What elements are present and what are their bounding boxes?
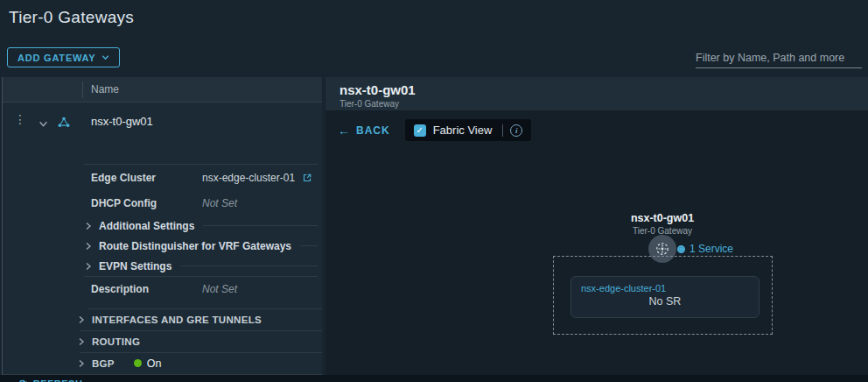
section-rule	[203, 225, 318, 226]
detail-title: nsx-t0-gw01	[340, 82, 868, 97]
group-routing[interactable]: ROUTING	[3, 330, 322, 352]
gateway-name: nsx-t0-gw01	[91, 115, 153, 128]
section-rule	[300, 245, 318, 246]
section-route-distinguisher[interactable]: Route Distinguisher for VRF Gateways	[84, 236, 318, 256]
chevron-down-icon	[102, 53, 109, 61]
back-label: BACK	[356, 124, 390, 137]
page-title: Tier-0 Gateways	[9, 8, 134, 27]
status-on-dot	[134, 359, 142, 367]
gateway-groups: INTERFACES AND GRE TUNNELS ROUTING BGP O…	[3, 308, 322, 374]
name-column-header: Name	[91, 83, 119, 96]
refresh-icon: ⟳	[19, 378, 28, 382]
chevron-right-icon	[84, 222, 93, 230]
add-gateway-button[interactable]: ADD GATEWAY	[7, 47, 120, 67]
fabric-toolbar: ← BACK ✓ Fabric View i	[338, 119, 531, 141]
service-badge[interactable]: 1 Service	[677, 243, 733, 255]
divider	[502, 124, 503, 137]
chevron-right-icon	[77, 315, 86, 324]
group-label: ROUTING	[92, 336, 140, 347]
back-button[interactable]: ← BACK	[338, 124, 390, 138]
sr-card[interactable]: nsx-edge-cluster-01 No SR	[570, 276, 760, 318]
section-rule	[180, 265, 318, 266]
refresh-label: REFRESH	[33, 378, 83, 382]
service-count: 1 Service	[690, 243, 733, 255]
section-additional-settings[interactable]: Additional Settings	[84, 216, 318, 236]
section-label: Additional Settings	[99, 220, 194, 232]
filter-input[interactable]	[696, 50, 862, 68]
detail-subtitle: Tier-0 Gateway	[340, 99, 868, 109]
fabric-view-toggle[interactable]: ✓ Fabric View i	[405, 119, 532, 141]
chevron-right-icon	[77, 359, 86, 368]
group-label: BGP	[92, 358, 115, 369]
edge-cluster-field: Edge Cluster nsx-edge-cluster-01	[84, 165, 318, 190]
section-evpn-settings[interactable]: EVPN Settings	[84, 256, 318, 276]
gateway-icon	[58, 116, 70, 131]
description-value: Not Set	[202, 283, 237, 295]
diagram-node-title: nsx-t0-gw01	[592, 212, 732, 224]
section-label: Route Distinguisher for VRF Gateways	[99, 240, 291, 252]
back-arrow-icon: ←	[338, 124, 351, 138]
bgp-status: On	[134, 357, 162, 370]
fabric-view-checkbox[interactable]: ✓	[414, 124, 426, 137]
refresh-button[interactable]: ⟳ REFRESH	[19, 378, 83, 382]
chevron-right-icon	[77, 337, 86, 346]
dhcp-config-value: Not Set	[202, 197, 237, 209]
description-field: Description Not Set	[84, 277, 318, 302]
external-link-icon[interactable]	[302, 173, 312, 183]
row-menu-icon[interactable]: ⋮	[14, 113, 26, 125]
group-bgp[interactable]: BGP On	[3, 352, 322, 374]
service-dot-icon	[677, 245, 685, 253]
row-collapse-chevron-icon[interactable]	[38, 117, 48, 132]
footer-bar: ⟳ REFRESH	[0, 375, 868, 382]
group-label: INTERFACES AND GRE TUNNELS	[92, 315, 262, 325]
gateway-row[interactable]: ⋮ nsx-t0-gw01	[3, 103, 322, 139]
gateway-details: Edge Cluster nsx-edge-cluster-01 DHCP Co…	[84, 164, 318, 302]
bgp-status-text: On	[147, 357, 162, 370]
gateway-detail-panel: nsx-t0-gw01 Tier-0 Gateway ← BACK ✓ Fabr…	[326, 77, 868, 382]
sr-card-no-sr: No SR	[581, 295, 749, 308]
diagram-node-label: nsx-t0-gw01 Tier-0 Gateway	[592, 212, 732, 236]
detail-header: nsx-t0-gw01 Tier-0 Gateway	[326, 77, 868, 110]
group-interfaces-gre-tunnels[interactable]: INTERFACES AND GRE TUNNELS	[3, 308, 322, 330]
section-label: EVPN Settings	[99, 260, 172, 272]
field-label: Edge Cluster	[91, 172, 202, 184]
sr-card-cluster-label: nsx-edge-cluster-01	[581, 283, 749, 294]
edge-cluster-value: nsx-edge-cluster-01	[202, 172, 295, 184]
chevron-right-icon	[84, 242, 93, 251]
chevron-right-icon	[84, 262, 93, 271]
gateway-table: Name ⋮ nsx-t0-gw01 Edge Cluster	[2, 77, 322, 375]
fabric-view-label: Fabric View	[433, 124, 493, 137]
check-icon: ✓	[416, 126, 423, 135]
column-divider	[82, 81, 83, 98]
table-header: Name	[3, 77, 322, 103]
dhcp-config-field: DHCP Config Not Set	[84, 190, 318, 216]
field-label: DHCP Config	[91, 197, 202, 209]
add-gateway-label: ADD GATEWAY	[18, 53, 95, 63]
nsx-tier0-gateways-page: Tier-0 Gateways ADD GATEWAY Name ⋮	[0, 0, 868, 382]
info-icon[interactable]: i	[510, 124, 522, 137]
field-label: Description	[91, 283, 202, 295]
